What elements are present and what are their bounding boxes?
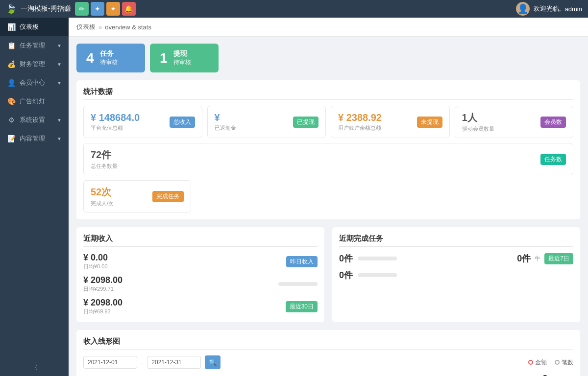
yesterday-avg: 日均¥0.00: [83, 263, 108, 270]
ads-icon: 🎨: [7, 97, 16, 105]
search-icon: 🔍: [209, 359, 217, 366]
logo-leaf-icon: 🍃: [6, 3, 17, 14]
total-income-amount: ¥ 148684.0: [91, 112, 140, 123]
stat-card-total-income: ¥ 148684.0 平台充值总额 总收入: [83, 106, 202, 138]
legend-amount-dot: [528, 360, 533, 365]
breadcrumb-current: overview & stats: [105, 24, 151, 31]
stat-members-left: 1人 驱动会员数量: [462, 111, 494, 133]
date-from-input[interactable]: [83, 356, 137, 369]
tasks-card-title: 任务: [100, 49, 118, 58]
sidebar-label-finance: 财务管理: [20, 60, 45, 69]
returned-badge: 已提现: [293, 117, 318, 128]
settings-icon: ⚙: [7, 116, 16, 124]
sidebar-item-content[interactable]: 📝 内容管理 ▼: [0, 129, 69, 148]
content-area: 仪表板 » overview & stats 4 任务 待审核 1 提现: [69, 18, 588, 376]
completions-amount: 52次: [91, 186, 114, 199]
welcome-text: 欢迎光临,: [534, 4, 561, 13]
returned-amount: ¥: [215, 112, 236, 123]
task-row-1-left: 0件: [339, 253, 397, 264]
chart-section: 收入线形图 - 🔍 金额 笔数: [76, 330, 580, 376]
withdraw-pending-num: 1: [160, 50, 168, 66]
main-layout: 📊 仪表板 📋 任务管理 ▼ 💰 财务管理 ▼ 👤 会员中心 ▼ 🎨 广告幻灯 …: [0, 18, 588, 376]
legend-count: 笔数: [555, 358, 573, 367]
yesterday-badge: 昨日收入: [286, 256, 318, 267]
topbar-right: 👤 欢迎光临, admin: [516, 2, 582, 16]
task-row-1: 0件 0件 牛 最近7日: [339, 253, 573, 264]
members-arrow-icon: ▼: [57, 80, 62, 86]
income-row-30days: ¥ 2098.00 日均¥69.93 最近30日: [83, 298, 318, 315]
task-row1-bar: [358, 257, 397, 260]
stat-tasks-total-left: 72件 总任务数量: [91, 148, 118, 170]
sidebar: 📊 仪表板 📋 任务管理 ▼ 💰 财务管理 ▼ 👤 会员中心 ▼ 🎨 广告幻灯 …: [0, 18, 69, 376]
sidebar-item-members[interactable]: 👤 会员中心 ▼: [0, 73, 69, 92]
chart-controls: - 🔍 金额 笔数: [83, 355, 573, 369]
task-row1-unit2: 牛: [535, 255, 540, 263]
sidebar-collapse-button[interactable]: 〈: [0, 359, 69, 376]
app-title: 一淘模板-拇指赚: [21, 4, 71, 13]
stat-card-members: 1人 驱动会员数量 会员数: [455, 106, 574, 138]
sidebar-label-content: 内容管理: [20, 134, 45, 143]
sidebar-item-dashboard[interactable]: 📊 仪表板: [0, 18, 69, 36]
task-row1-count2: 0件: [517, 253, 531, 264]
chart-legend: 金额 笔数: [528, 358, 573, 367]
sidebar-item-ads[interactable]: 🎨 广告幻灯: [0, 92, 69, 111]
chart-search-button[interactable]: 🔍: [205, 355, 220, 369]
7days-amount: ¥ 2098.00: [83, 275, 122, 285]
task-rows: 0件 0件 牛 最近7日 0件: [339, 253, 573, 281]
tasks-total-label: 总任务数量: [91, 163, 118, 170]
content-icon: 📝: [7, 135, 16, 142]
topbar-left: 🍃 一淘模板-拇指赚 ✏ ✦ ✦ 🔔: [6, 2, 136, 16]
task-row-1-right: 0件 牛 最近7日: [517, 253, 573, 264]
legend-count-dot: [555, 360, 560, 365]
task-row2-bar: [358, 273, 397, 277]
stat-completions-left: 52次 完成人/次: [91, 186, 114, 207]
sidebar-item-tasks[interactable]: 📋 任务管理 ▼: [0, 36, 69, 55]
total-income-badge: 总收入: [170, 117, 195, 128]
completions-badge: 完成任务: [152, 191, 184, 202]
stat-total-income-left: ¥ 148684.0 平台充值总额: [91, 112, 140, 132]
income-row-7days-left: ¥ 2098.00 日均¥299.71: [83, 275, 122, 293]
username-text: admin: [565, 5, 582, 13]
members-label: 驱动会员数量: [462, 125, 494, 133]
recent-tasks-title: 近期完成任务: [339, 234, 573, 247]
tasks-card-sub: 待审核: [100, 58, 118, 67]
recent-section: 近期收入 ¥ 0.00 日均¥0.00 昨日收入 ¥ 2098.00: [76, 227, 580, 322]
date-to-input[interactable]: [147, 356, 201, 369]
withdraw-card-info: 提现 待审核: [173, 49, 191, 67]
task-row1-badge2: 最近7日: [544, 253, 573, 264]
recent-tasks-panel: 近期完成任务 0件 0件 牛 最近7日: [332, 227, 580, 322]
withdraw-card-title: 提现: [173, 49, 191, 58]
income-row-yesterday-left: ¥ 0.00 日均¥0.00: [83, 253, 108, 270]
members-amount: 1人: [462, 111, 494, 124]
balance-label: 用户账户余额总额: [338, 124, 382, 132]
members-badge: 会员数: [540, 117, 566, 128]
income-7days-bar: [278, 282, 318, 286]
sidebar-label-settings: 系统设置: [20, 116, 45, 124]
sidebar-label-tasks: 任务管理: [20, 41, 45, 50]
topbar-icon-blue[interactable]: ✦: [91, 2, 104, 16]
7days-avg: 日均¥299.71: [83, 285, 122, 293]
recent-income-panel: 近期收入 ¥ 0.00 日均¥0.00 昨日收入 ¥ 2098.00: [76, 227, 324, 322]
topbar-icon-green[interactable]: ✏: [75, 2, 89, 16]
sidebar-item-settings[interactable]: ⚙ 系统设置 ▼: [0, 111, 69, 129]
30days-badge: 最近30日: [286, 301, 318, 312]
legend-amount-label: 金额: [535, 358, 547, 367]
settings-arrow-icon: ▼: [57, 118, 62, 123]
balance-badge: 未提现: [417, 117, 442, 128]
recent-income-title: 近期收入: [83, 234, 318, 247]
topbar-icon-bell[interactable]: 🔔: [122, 2, 136, 16]
task-row-2-left: 0件: [339, 269, 397, 281]
stat-card-returned: ¥ 已返佣金 已提现: [207, 106, 326, 138]
stat-card-tasks-total: 72件 总任务数量 任务数: [83, 143, 573, 175]
legend-amount: 金额: [528, 358, 547, 367]
sidebar-item-finance[interactable]: 💰 财务管理 ▼: [0, 55, 69, 73]
topbar-icon-orange[interactable]: ✦: [106, 2, 120, 16]
breadcrumb: 仪表板 » overview & stats: [69, 18, 588, 37]
date-separator: -: [141, 359, 143, 366]
chart-section-title: 收入线形图: [83, 337, 573, 350]
income-row-yesterday: ¥ 0.00 日均¥0.00 昨日收入: [83, 253, 318, 270]
breadcrumb-home[interactable]: 仪表板: [76, 23, 96, 31]
stats-grid-row2: 52次 完成人/次 完成任务: [83, 180, 573, 212]
sidebar-label-dashboard: 仪表板: [20, 23, 39, 31]
legend-count-label: 笔数: [562, 358, 573, 367]
